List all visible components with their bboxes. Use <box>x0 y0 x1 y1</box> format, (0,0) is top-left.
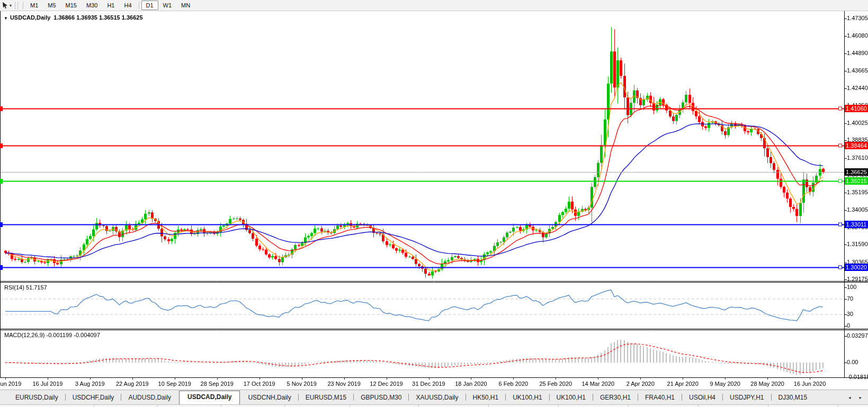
toolbar-separator <box>139 2 139 9</box>
chart-tab-UK100-H1[interactable]: UK100,H1 <box>550 392 593 404</box>
chart-canvas[interactable] <box>0 11 868 389</box>
date-axis-label: 25 Feb 2020 <box>533 381 578 387</box>
date-axis-label: 16 Jul 2019 <box>25 381 70 387</box>
price-level-badge: 1.33011 <box>845 221 868 228</box>
cursor-tool-icon <box>2 2 8 9</box>
price-axis-tick: 1.47305 <box>847 15 868 21</box>
chart-tab-USOil-H4[interactable]: USOil,H4 <box>682 392 722 404</box>
rsi-axis-tick: 0 <box>847 322 850 329</box>
timeframe-button-M1[interactable]: M1 <box>25 1 43 10</box>
date-axis-label: 18 Jan 2020 <box>449 381 493 387</box>
timeframe-button-M15[interactable]: M15 <box>61 1 82 10</box>
price-axis-tick: 1.29175 <box>847 276 868 282</box>
rsi-axis-tick: 100 <box>847 284 856 290</box>
price-level-badge: 1.30020 <box>845 264 868 271</box>
chart-tab-EURUSD-Daily[interactable]: EURUSD,Daily <box>8 392 65 404</box>
chart-tab-UK100-H1[interactable]: UK100,H1 <box>506 392 549 404</box>
price-level-badge: 1.36015 <box>845 177 868 185</box>
toolbar-separator <box>23 2 23 9</box>
status-cell-divider <box>418 405 419 407</box>
chart-window: ▼USDCAD,Daily1.36866 1.36935 1.36515 1.3… <box>0 11 868 389</box>
chart-symbol-label: USDCAD,Daily <box>10 14 50 21</box>
timeframe-button-M30[interactable]: M30 <box>82 1 102 10</box>
date-axis-label: 5 Nov 2019 <box>280 381 324 387</box>
chart-title[interactable]: ▼USDCAD,Daily1.36866 1.36935 1.36515 1.3… <box>4 14 143 21</box>
chart-tab-XAUUSD-Daily[interactable]: XAUUSD,Daily <box>409 392 465 404</box>
collapse-triangle-icon: ▼ <box>4 16 8 21</box>
date-axis-label: 28 Sep 2019 <box>195 381 239 387</box>
price-axis-tick: 1.46080 <box>847 32 868 39</box>
chart-ohlc-values: 1.36866 1.36935 1.36515 1.36625 <box>53 14 142 21</box>
status-cell-divider <box>488 405 489 407</box>
price-axis-tick: 1.35195 <box>847 189 868 195</box>
chart-tab-GBPUSD-M30[interactable]: GBPUSD,M30 <box>354 392 408 404</box>
tabs-scroll-right-icon[interactable]: ▸ <box>859 395 862 400</box>
top-toolbar: ▾ M1M5M15M30H1H4D1W1MN <box>0 0 868 11</box>
chart-tab-USDJPY-H1[interactable]: USDJPY,H1 <box>723 392 771 404</box>
rsi-axis-tick: 70 <box>847 295 853 302</box>
chart-tab-USDCNH-Daily[interactable]: USDCNH,Daily <box>241 392 298 404</box>
mt4-window: { "toolbar": { "tool_icon": "cursor-arro… <box>0 0 868 407</box>
timeframe-button-M5[interactable]: M5 <box>43 1 60 10</box>
price-level-badge: 1.38464 <box>845 142 868 149</box>
date-axis-label: 27 Jun 2019 <box>0 381 28 387</box>
date-axis-label: 12 Dec 2019 <box>364 381 409 387</box>
status-cell-divider <box>768 405 768 407</box>
price-axis-tick: 1.44890 <box>847 50 868 56</box>
chart-tab-EURUSD-M15[interactable]: EURUSD,M15 <box>299 392 353 404</box>
timeframe-button-group: M1M5M15M30H1H4D1W1MN <box>21 1 195 10</box>
date-axis-label: 10 Sep 2019 <box>153 381 197 387</box>
status-cell-divider <box>558 405 559 407</box>
date-axis-label: 21 Apr 2020 <box>660 381 705 387</box>
tabs-scroll-left-icon[interactable]: ◂ <box>848 395 851 400</box>
price-axis-tick: 1.31590 <box>847 241 868 247</box>
status-strip <box>0 404 868 407</box>
rsi-label: RSI(14) 51.7157 <box>4 284 47 291</box>
chart-tab-FRA40-H1[interactable]: FRA40,H1 <box>638 392 682 404</box>
date-axis-label: 6 Feb 2020 <box>491 381 535 387</box>
date-axis-label: 2 Apr 2020 <box>618 381 663 387</box>
status-cell-divider <box>628 405 629 407</box>
timeframe-button-W1[interactable]: W1 <box>158 1 177 10</box>
tools-dropdown-icon: ▾ <box>10 3 12 8</box>
chart-tab-DJ30-M15[interactable]: DJ30,M15 <box>772 392 815 404</box>
chart-tools-button[interactable]: ▾ <box>0 2 13 9</box>
price-axis-tick: 1.37610 <box>847 155 868 161</box>
macd-axis-tick: 0.032972 <box>847 332 868 339</box>
chart-tab-GER30-H1[interactable]: GER30,H1 <box>593 392 638 404</box>
chart-tab-bar: EURUSD,DailyUSDCHF,DailyAUDUSD,DailyUSDC… <box>0 390 868 407</box>
date-axis-label: 3 Aug 2019 <box>68 381 112 387</box>
price-axis-tick: 1.40025 <box>847 120 868 126</box>
chart-tabs: EURUSD,DailyUSDCHF,DailyAUDUSD,DailyUSDC… <box>0 390 868 404</box>
timeframe-button-H4[interactable]: H4 <box>119 1 136 10</box>
date-axis-label: 17 Oct 2019 <box>237 381 282 387</box>
date-axis-label: 22 Aug 2019 <box>110 381 155 387</box>
status-cell-divider <box>698 405 699 407</box>
status-cell-divider <box>94 405 94 407</box>
timeframe-button-MN[interactable]: MN <box>176 1 195 10</box>
macd-label: MACD(12,26,9) -0.001199 -0.004097 <box>4 332 100 338</box>
date-axis-label: 14 Mar 2020 <box>576 381 620 387</box>
date-axis-label: 31 Dec 2019 <box>407 381 451 387</box>
chart-tab-USDCAD-Daily[interactable]: USDCAD,Daily <box>179 391 240 404</box>
current-price-badge: 1.36625 <box>845 168 868 176</box>
date-axis-label: 16 Jun 2020 <box>788 381 832 387</box>
toolbar-grip-handle[interactable] <box>15 2 18 9</box>
timeframe-button-H1[interactable]: H1 <box>102 1 119 10</box>
macd-axis-tick: -0.018154 <box>847 374 868 380</box>
price-axis-tick: 1.43665 <box>847 67 868 74</box>
rsi-axis-tick: 30 <box>847 311 853 317</box>
chart-tab-USDCHF-Daily[interactable]: USDCHF,Daily <box>66 392 121 404</box>
status-cell-divider <box>157 405 158 407</box>
timeframe-button-D1[interactable]: D1 <box>141 1 158 10</box>
status-cell-divider <box>284 405 285 407</box>
date-axis-label: 9 May 2020 <box>703 381 747 387</box>
status-cell-divider <box>350 405 350 407</box>
chart-tab-HK50-H1[interactable]: HK50,H1 <box>466 392 506 404</box>
price-axis-tick: 1.42440 <box>847 85 868 91</box>
date-axis-label: 28 May 2020 <box>745 381 790 387</box>
date-axis-label: 23 Nov 2019 <box>322 381 366 387</box>
price-axis-tick: 1.34005 <box>847 206 868 213</box>
price-level-badge: 1.41060 <box>845 105 868 112</box>
chart-tab-AUDUSD-Daily[interactable]: AUDUSD,Daily <box>121 392 178 404</box>
